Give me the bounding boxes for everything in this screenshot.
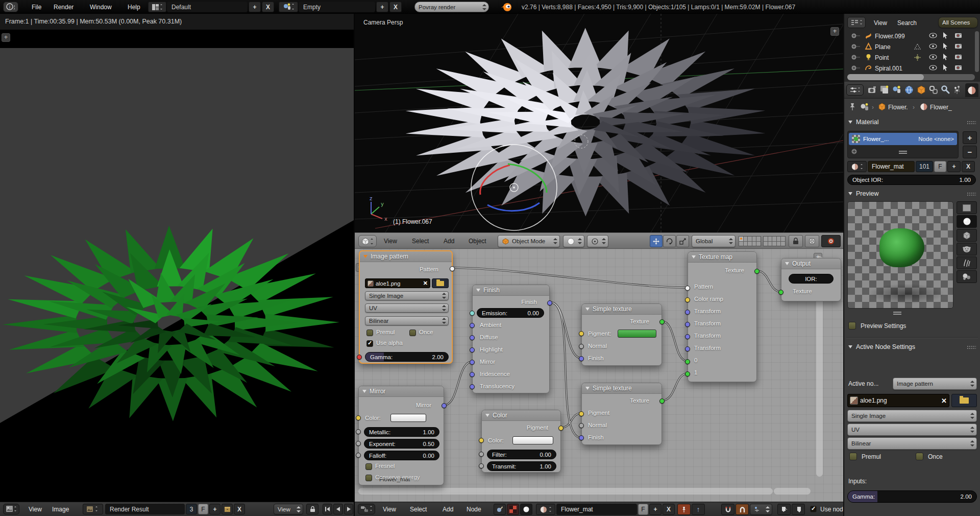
menu-select[interactable]: Select xyxy=(412,238,429,245)
tab-scene[interactable] xyxy=(892,85,902,97)
scenes-filter-dropdown[interactable]: All Scenes xyxy=(938,17,978,28)
node-simple-texture-2[interactable]: Simple texture Texture Pigment Normal Fi… xyxy=(581,383,662,445)
scene-breadcrumb-icon[interactable] xyxy=(860,102,870,111)
expand-icon[interactable] xyxy=(850,32,866,40)
screen-layout-field[interactable]: Default xyxy=(167,2,248,12)
object-name[interactable]: Flower.099 xyxy=(875,33,905,40)
tab-particles[interactable] xyxy=(953,85,963,97)
transmit-slider[interactable]: Transmit:1.00 xyxy=(487,461,556,471)
filter-slider[interactable]: Filter:0.00 xyxy=(487,450,556,459)
falloff-slider[interactable]: Falloff:0.00 xyxy=(364,451,439,460)
menu-file[interactable]: File xyxy=(32,4,41,11)
mapping-dropdown[interactable]: UV xyxy=(847,424,977,436)
tab-constraints[interactable] xyxy=(928,85,939,97)
menu-window[interactable]: Window xyxy=(90,4,112,11)
socket-exponent-input[interactable] xyxy=(356,441,361,446)
socket-mirror-input[interactable] xyxy=(470,360,475,365)
menu-image[interactable]: Image xyxy=(52,506,69,513)
socket-transmit-input[interactable] xyxy=(479,463,484,468)
socket-transform-input[interactable] xyxy=(685,334,690,339)
menu-add[interactable]: Add xyxy=(443,506,453,513)
menu-help[interactable]: Help xyxy=(128,4,140,11)
tab-object[interactable] xyxy=(916,85,926,97)
node-header[interactable]: Image pattern xyxy=(360,251,452,262)
collapse-icon[interactable] xyxy=(362,390,366,393)
selectable-cursor-icon[interactable] xyxy=(942,64,948,72)
socket-pattern-input[interactable] xyxy=(685,286,690,291)
socket-pigment-input[interactable] xyxy=(579,411,584,416)
socket-falloff-input[interactable] xyxy=(356,453,361,458)
layer-cell[interactable] xyxy=(777,237,781,241)
horizontal-scrollbar-segment[interactable] xyxy=(774,488,811,495)
layer-cell-active[interactable] xyxy=(739,237,743,241)
pin-button[interactable] xyxy=(677,504,691,515)
new-material-button[interactable]: + xyxy=(947,161,961,172)
socket-texture-input[interactable] xyxy=(778,290,783,295)
socket-texture-output[interactable] xyxy=(754,269,760,274)
layer-cell[interactable] xyxy=(756,237,761,241)
color-swatch[interactable] xyxy=(512,436,553,444)
renderable-camera-icon[interactable] xyxy=(954,43,963,49)
slot-expand-icon[interactable] xyxy=(851,148,857,155)
tab-render-layers[interactable] xyxy=(879,85,890,97)
image-datablock-field[interactable]: aloe1.png✕ xyxy=(847,394,949,407)
manipulator-rotate-button[interactable] xyxy=(663,235,676,247)
socket-iridescence-input[interactable] xyxy=(470,372,475,377)
layer-cell[interactable] xyxy=(752,242,756,246)
collapse-icon[interactable] xyxy=(485,414,489,417)
socket-finish-output[interactable] xyxy=(547,300,552,306)
close-scene-button[interactable]: X xyxy=(389,2,402,12)
layers-grid-2[interactable] xyxy=(763,236,786,246)
unlink-image-icon[interactable]: ✕ xyxy=(941,397,947,405)
image-datablock-field[interactable]: aloe1.png✕ xyxy=(365,278,430,288)
exponent-slider[interactable]: Exponent:0.50 xyxy=(364,439,439,449)
collapse-icon[interactable] xyxy=(363,255,368,258)
socket-metallic-input[interactable] xyxy=(356,429,361,434)
manipulator-translate-button[interactable] xyxy=(650,235,663,247)
material-browse-button[interactable] xyxy=(847,161,867,172)
scene-name-field[interactable]: Empty xyxy=(299,2,375,12)
ior-field[interactable]: IOR: xyxy=(789,274,834,284)
region-expand-button[interactable]: + xyxy=(2,33,10,42)
panel-collapse-icon[interactable] xyxy=(848,121,852,124)
layer-cell[interactable] xyxy=(768,237,772,241)
image-browse-button[interactable] xyxy=(83,504,103,514)
active-node-dropdown[interactable]: Image pattern xyxy=(893,378,977,390)
socket-highlight-input[interactable] xyxy=(470,347,475,353)
manipulator-scale-button[interactable] xyxy=(676,235,689,247)
pigment-swatch[interactable] xyxy=(618,330,656,338)
layer-cell[interactable] xyxy=(744,242,748,246)
renderable-camera-icon[interactable] xyxy=(954,32,963,38)
editor-type-3dview-button[interactable] xyxy=(358,235,377,247)
scrollbar-thumb[interactable] xyxy=(847,74,924,80)
expand-icon[interactable] xyxy=(850,43,866,51)
new-material-button[interactable]: + xyxy=(649,504,662,515)
object-ior-slider[interactable]: Object IOR:1.00 xyxy=(847,175,976,185)
tab-material[interactable] xyxy=(965,83,978,97)
object-breadcrumb-icon[interactable] xyxy=(878,103,886,111)
node-header[interactable]: Simple texture xyxy=(582,383,662,394)
mapping-dropdown[interactable]: UV xyxy=(365,303,449,313)
open-image-button[interactable] xyxy=(951,394,977,407)
material-breadcrumb-icon[interactable] xyxy=(920,103,928,111)
node-header[interactable]: Mirror xyxy=(359,386,444,397)
socket-normal-input[interactable] xyxy=(579,423,584,428)
interaction-mode-dropdown[interactable]: Object Mode xyxy=(498,235,560,247)
outliner-horizontal-scrollbar[interactable] xyxy=(847,74,975,80)
layer-cell[interactable] xyxy=(772,242,776,246)
pivot-point-dropdown[interactable] xyxy=(587,235,608,247)
socket-mirror-output[interactable] xyxy=(442,403,447,408)
mirror-color-swatch[interactable] xyxy=(390,414,426,422)
material-browse-button[interactable] xyxy=(536,504,555,515)
collapse-icon[interactable] xyxy=(476,289,480,292)
next-frame-button[interactable] xyxy=(344,504,353,514)
material-name-field[interactable]: Flower_mat xyxy=(556,504,637,515)
lock-to-scene-button[interactable] xyxy=(789,235,803,247)
layer-cell[interactable] xyxy=(756,242,761,246)
scene-icon-button[interactable] xyxy=(279,2,298,12)
node-image-pattern[interactable]: Image pattern Pattern aloe1.png✕ Single … xyxy=(359,250,453,364)
object-name[interactable]: Point xyxy=(875,54,889,61)
collapse-icon[interactable] xyxy=(692,255,696,259)
node-finish[interactable]: Finish Finish Emission:0.00 Ambient Diff… xyxy=(472,285,550,393)
editor-type-info-button[interactable]: i xyxy=(3,2,18,12)
